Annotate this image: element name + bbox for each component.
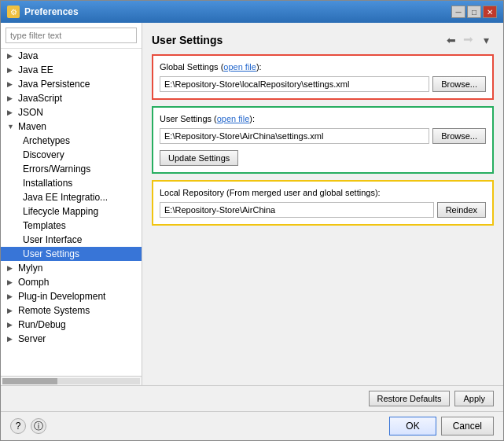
sidebar-item-label: JavaScript	[18, 93, 62, 104]
back-icon[interactable]: ⬅	[443, 32, 459, 48]
global-settings-label: Global Settings (open file):	[160, 62, 486, 72]
sidebar-child-label: Templates	[23, 220, 66, 231]
close-button[interactable]: ✕	[483, 6, 497, 18]
forward-icon: ⮕	[461, 32, 476, 48]
sidebar-item-javapersistence[interactable]: ▶ Java Persistence	[1, 77, 142, 91]
footer-right-buttons: OK Cancel	[389, 417, 494, 435]
sidebar-item-errorswarnings[interactable]: Errors/Warnings	[1, 162, 142, 176]
sidebar-item-discovery[interactable]: Discovery	[1, 148, 142, 162]
sidebar-item-label: Maven	[18, 121, 46, 132]
bottom-bar: Restore Defaults Apply	[1, 385, 503, 411]
sidebar-item-plugindevelopment[interactable]: ▶ Plug-in Development	[1, 289, 142, 303]
apply-button[interactable]: Apply	[454, 391, 494, 406]
sidebar-item-javaee[interactable]: ▶ Java EE	[1, 63, 142, 77]
global-browse-button[interactable]: Browse...	[432, 76, 486, 92]
user-open-file-link[interactable]: open file	[217, 114, 250, 123]
footer: ? ⓘ OK Cancel	[1, 411, 503, 440]
expand-arrow: ▶	[7, 335, 15, 343]
scrollbar-thumb	[2, 378, 57, 384]
local-repository-label: Local Repository (From merged user and g…	[160, 188, 486, 197]
dropdown-icon[interactable]: ▾	[478, 32, 494, 48]
sidebar-item-javaeeintegration[interactable]: Java EE Integratio...	[1, 190, 142, 204]
update-settings-row: Update Settings	[160, 150, 486, 166]
horizontal-scrollbar[interactable]	[2, 378, 140, 384]
window-title: Preferences	[24, 6, 79, 17]
sidebar-item-lifecyclemapping[interactable]: Lifecycle Mapping	[1, 204, 142, 219]
sidebar-item-archetypes[interactable]: Archetypes	[1, 134, 142, 148]
expand-arrow: ▶	[7, 66, 15, 74]
sidebar-child-label: Discovery	[23, 149, 64, 160]
sidebar-item-label: Java EE	[18, 64, 53, 75]
sidebar-child-label: Lifecycle Mapping	[23, 206, 98, 217]
sidebar-tree: ▶ Java ▶ Java EE ▶ Java Persistence ▶ Ja…	[1, 49, 142, 376]
sidebar: ▶ Java ▶ Java EE ▶ Java Persistence ▶ Ja…	[1, 23, 142, 385]
global-settings-group: Global Settings (open file): Browse...	[152, 54, 494, 100]
expand-arrow: ▶	[7, 321, 15, 329]
sidebar-item-label: Mylyn	[18, 263, 42, 274]
sidebar-item-javascript[interactable]: ▶ JavaScript	[1, 91, 142, 105]
reindex-button[interactable]: Reindex	[437, 202, 486, 218]
expand-arrow: ▼	[7, 123, 15, 130]
title-controls: ─ □ ✕	[451, 6, 497, 18]
local-repository-input-row: Reindex	[160, 202, 486, 218]
user-browse-button[interactable]: Browse...	[432, 128, 486, 144]
user-settings-input-row: Browse...	[160, 128, 486, 144]
content-area: ▶ Java ▶ Java EE ▶ Java Persistence ▶ Ja…	[1, 23, 503, 385]
expand-arrow: ▶	[7, 108, 15, 116]
sidebar-item-mylyn[interactable]: ▶ Mylyn	[1, 261, 142, 275]
sidebar-item-label: Java	[18, 50, 38, 61]
global-open-file-link[interactable]: open file	[223, 62, 256, 72]
sidebar-item-userinterface[interactable]: User Interface	[1, 233, 142, 247]
global-settings-path-input[interactable]	[160, 76, 429, 92]
page-title: User Settings	[152, 34, 442, 46]
sidebar-item-json[interactable]: ▶ JSON	[1, 105, 142, 119]
restore-defaults-button[interactable]: Restore Defaults	[369, 391, 451, 406]
expand-arrow: ▶	[7, 292, 15, 300]
local-repository-path-input[interactable]	[160, 202, 434, 218]
help-icon[interactable]: ?	[10, 418, 26, 434]
sidebar-item-java[interactable]: ▶ Java	[1, 49, 142, 63]
global-settings-input-row: Browse...	[160, 76, 486, 92]
sidebar-item-label: Plug-in Development	[18, 291, 105, 302]
sidebar-item-maven[interactable]: ▼ Maven	[1, 119, 142, 134]
minimize-button[interactable]: ─	[451, 6, 465, 18]
expand-arrow: ▶	[7, 94, 15, 102]
sidebar-child-label: Archetypes	[23, 135, 70, 146]
nav-icons: User Settings ⬅ ⮕ ▾	[152, 32, 494, 48]
expand-arrow: ▶	[7, 264, 15, 272]
sidebar-child-label: User Settings	[23, 248, 79, 259]
sidebar-child-label: Errors/Warnings	[23, 164, 90, 175]
sidebar-item-server[interactable]: ▶ Server	[1, 332, 142, 346]
sidebar-item-label: Run/Debug	[18, 319, 66, 330]
expand-arrow: ▶	[7, 52, 15, 60]
sidebar-item-rundebug[interactable]: ▶ Run/Debug	[1, 318, 142, 332]
ok-button[interactable]: OK	[389, 417, 436, 435]
sidebar-item-label: Server	[18, 333, 46, 344]
sidebar-item-label: Java Persistence	[18, 79, 90, 90]
sidebar-item-remotesystems[interactable]: ▶ Remote Systems	[1, 303, 142, 318]
sidebar-child-label: Installations	[23, 178, 72, 189]
title-bar: ⚙ Preferences ─ □ ✕	[1, 1, 503, 23]
cancel-button[interactable]: Cancel	[441, 417, 494, 435]
sidebar-item-oomph[interactable]: ▶ Oomph	[1, 275, 142, 289]
sidebar-item-templates[interactable]: Templates	[1, 219, 142, 233]
expand-arrow: ▶	[7, 278, 15, 286]
footer-left-icons: ? ⓘ	[10, 418, 46, 434]
info-icon[interactable]: ⓘ	[31, 418, 46, 434]
sidebar-scrollbar[interactable]	[1, 376, 142, 385]
sidebar-child-label: User Interface	[23, 234, 82, 245]
filter-box	[1, 23, 142, 49]
update-settings-button[interactable]: Update Settings	[160, 150, 238, 166]
bottom-right-buttons: Restore Defaults Apply	[369, 391, 494, 406]
sidebar-item-label: JSON	[18, 107, 43, 118]
expand-arrow: ▶	[7, 80, 15, 88]
local-repository-group: Local Repository (From merged user and g…	[152, 180, 494, 226]
maximize-button[interactable]: □	[467, 6, 481, 18]
user-settings-group: User Settings (open file): Browse... Upd…	[152, 106, 494, 174]
title-bar-left: ⚙ Preferences	[7, 6, 79, 18]
filter-input[interactable]	[6, 28, 137, 43]
user-settings-label: User Settings (open file):	[160, 114, 486, 123]
user-settings-path-input[interactable]	[160, 128, 429, 144]
sidebar-item-usersettings[interactable]: User Settings	[1, 247, 142, 261]
sidebar-item-installations[interactable]: Installations	[1, 176, 142, 190]
